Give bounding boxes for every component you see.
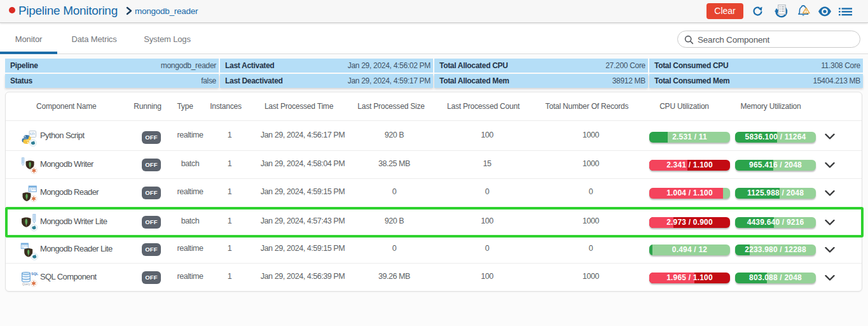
svg-text:Query: Query (22, 283, 31, 286)
svg-text:SQL: SQL (31, 272, 39, 276)
